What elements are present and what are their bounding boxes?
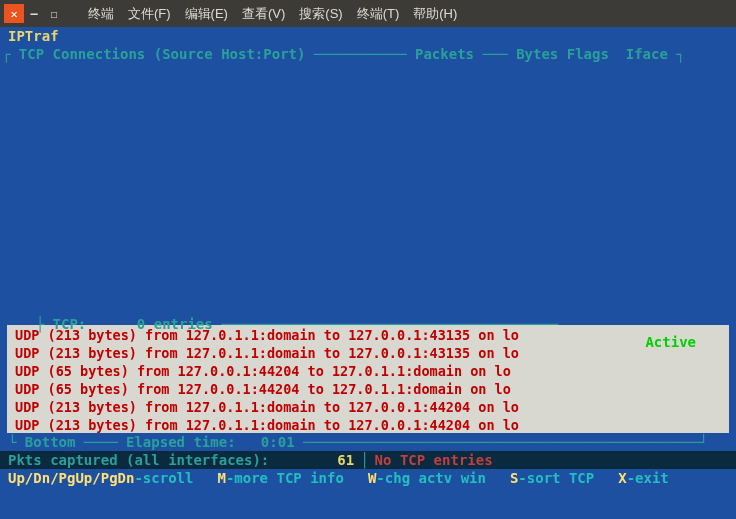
window-controls: ✕ – ☐ (0, 4, 64, 23)
help-row: Up/Dn/PgUp/PgDn-scroll M-more TCP info W… (0, 469, 736, 487)
menu-search[interactable]: 搜索(S) (295, 3, 346, 25)
udp-row: UDP (213 bytes) from 127.0.1.1:domain to… (7, 416, 729, 434)
menu-edit[interactable]: 编辑(E) (181, 3, 232, 25)
elapsed-time-row: └ Bottom ──── Elapsed time: 0:01 ───────… (0, 433, 736, 451)
tcp-header: ┌ TCP Connections (Source Host:Port) ───… (0, 45, 736, 63)
key-exit: X (618, 469, 626, 487)
udp-row: UDP (213 bytes) from 127.0.1.1:domain to… (7, 398, 729, 416)
action-sort: -sort TCP (518, 469, 594, 487)
udp-row: UDP (213 bytes) from 127.0.1.1:domain to… (7, 344, 729, 362)
udp-row: UDP (65 bytes) from 127.0.0.1:44204 to 1… (7, 362, 729, 380)
udp-row: UDP (65 bytes) from 127.0.0.1:44204 to 1… (7, 380, 729, 398)
tcp-summary-row: ├ TCP: 0 entries ───────────────────────… (0, 297, 736, 315)
key-sort: S (510, 469, 518, 487)
action-exit: -exit (627, 469, 669, 487)
key-more: M (217, 469, 225, 487)
status-row: Pkts captured (all interfaces): 61 │ No … (0, 451, 736, 469)
menu-terminal[interactable]: 终端(T) (353, 3, 404, 25)
terminal-area[interactable]: IPTraf ┌ TCP Connections (Source Host:Po… (0, 27, 736, 519)
window-titlebar: ✕ – ☐ 终端 文件(F) 编辑(E) 查看(V) 搜索(S) 终端(T) 帮… (0, 0, 736, 27)
udp-panel: UDP (213 bytes) from 127.0.1.1:domain to… (7, 325, 729, 433)
no-tcp-entries: No TCP entries (375, 451, 493, 469)
action-scroll: -scroll (134, 469, 193, 487)
action-more: -more TCP info (226, 469, 344, 487)
status-separator: │ (360, 451, 368, 469)
action-chg: -chg actv win (376, 469, 486, 487)
key-scroll: Up/Dn/PgUp/PgDn (8, 469, 134, 487)
window-minimize-button[interactable]: – (24, 4, 44, 23)
window-maximize-button[interactable]: ☐ (44, 4, 64, 23)
menu-bar: 终端 文件(F) 编辑(E) 查看(V) 搜索(S) 终端(T) 帮助(H) (64, 3, 461, 25)
menu-app-label: 终端 (84, 3, 118, 25)
active-status: Active (645, 333, 696, 351)
window-close-button[interactable]: ✕ (4, 4, 24, 23)
menu-help[interactable]: 帮助(H) (409, 3, 461, 25)
pkts-captured-label: Pkts captured (all interfaces): (8, 451, 269, 469)
menu-file[interactable]: 文件(F) (124, 3, 175, 25)
tcp-connections-panel (0, 63, 736, 297)
tcp-entries-label: ├ TCP: 0 entries ───────────────────────… (36, 316, 559, 332)
pkts-captured-count: 61 (337, 451, 354, 469)
app-title: IPTraf (0, 27, 736, 45)
menu-view[interactable]: 查看(V) (238, 3, 289, 25)
key-chg: W (368, 469, 376, 487)
